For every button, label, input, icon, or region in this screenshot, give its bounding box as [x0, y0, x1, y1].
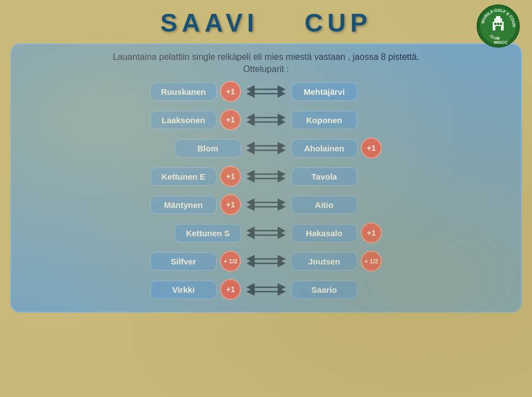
- left-section: Ruuskanen+1: [24, 81, 241, 102]
- right-player-box: Koponen: [291, 111, 357, 129]
- left-score-badge: +1: [220, 166, 241, 187]
- description-line1: Lauantaina pelattiin single reikäpeli el…: [24, 52, 508, 62]
- matches-container: Ruuskanen+1 MehtäjärviLaaksonen+1 Kopone…: [24, 81, 508, 304]
- svg-rect-4: [496, 16, 500, 19]
- left-score-badge: +1: [220, 109, 241, 130]
- match-arrows: [241, 255, 291, 268]
- left-score-badge: +1: [220, 81, 241, 102]
- right-player-box: Mehtäjärvi: [291, 83, 357, 101]
- match-arrows: [241, 198, 291, 211]
- left-player-box: Mäntynen: [150, 196, 217, 214]
- right-section: Tavola: [291, 167, 508, 186]
- left-section: Kettunen S: [24, 224, 241, 242]
- left-player-box: Ruuskanen: [150, 83, 217, 101]
- right-player-box: Joutsen: [291, 252, 357, 271]
- match-row: Laaksonen+1 Koponen: [24, 109, 508, 130]
- arrow-icon: [246, 113, 286, 126]
- left-player-box: Kettunen S: [175, 224, 241, 242]
- left-player-box: Blom: [175, 139, 241, 157]
- match-row: Mäntynen+1 Aitio: [24, 194, 508, 215]
- match-row: Blom Aholainen+1: [24, 138, 508, 159]
- left-score-badge: + 1/2: [220, 251, 241, 272]
- arrow-icon: [246, 170, 286, 183]
- right-score-badge: + 1/2: [361, 251, 382, 272]
- right-player-box: Hakasalo: [291, 224, 357, 242]
- right-section: Aholainen+1: [291, 138, 508, 159]
- arrow-icon: [246, 283, 286, 296]
- description-line2: Otteluparit :: [24, 64, 508, 74]
- svg-rect-6: [500, 23, 502, 25]
- arrow-icon: [246, 141, 286, 155]
- right-section: Saario: [291, 281, 508, 299]
- left-section: Virkki+1: [24, 279, 241, 300]
- right-player-box: Aholainen: [291, 139, 357, 157]
- left-player-box: Virkki: [150, 281, 217, 299]
- match-row: Kettunen E+1 Tavola: [24, 166, 508, 187]
- left-player-box: Silfver: [150, 252, 217, 271]
- match-row: Ruuskanen+1 Mehtäjärvi: [24, 81, 508, 102]
- right-score-badge: +1: [361, 222, 382, 243]
- arrow-icon: [246, 198, 286, 211]
- match-arrows: [241, 226, 291, 240]
- right-section: Mehtäjärvi: [291, 83, 508, 101]
- title-container: SAAVI CUP WURILA GOLF & COUNTRY: [0, 0, 532, 42]
- right-section: Aitio: [291, 196, 508, 214]
- arrow-icon: [246, 85, 286, 98]
- title-saavi: SAAVI: [160, 8, 258, 37]
- left-player-box: Laaksonen: [150, 111, 217, 129]
- left-section: Blom: [24, 139, 241, 157]
- main-card: Lauantaina pelattiin single reikäpeli el…: [10, 43, 522, 313]
- right-section: Hakasalo+1: [291, 222, 508, 243]
- match-row: Silfver+ 1/2 Joutsen+ 1/2: [24, 251, 508, 272]
- right-player-box: Saario: [291, 281, 357, 299]
- club-logo: WURILA GOLF & COUNTRY CLUB WGCC: [477, 4, 521, 49]
- right-score-badge: +1: [361, 138, 382, 159]
- left-section: Laaksonen+1: [24, 109, 241, 130]
- arrow-icon: [246, 226, 286, 240]
- right-player-box: Aitio: [291, 196, 357, 214]
- right-section: Joutsen+ 1/2: [291, 251, 508, 272]
- svg-text:WGCC: WGCC: [494, 40, 508, 45]
- svg-rect-7: [497, 23, 499, 25]
- svg-rect-5: [494, 23, 497, 25]
- arrow-icon: [246, 255, 286, 268]
- right-section: Koponen: [291, 111, 508, 129]
- logo-svg: WURILA GOLF & COUNTRY CLUB WGCC: [478, 6, 518, 46]
- match-arrows: [241, 170, 291, 183]
- logo-circle: WURILA GOLF & COUNTRY CLUB WGCC: [477, 4, 520, 48]
- match-row: Virkki+1 Saario: [24, 279, 508, 300]
- left-player-box: Kettunen E: [150, 167, 217, 186]
- match-arrows: [241, 141, 291, 155]
- left-section: Silfver+ 1/2: [24, 251, 241, 272]
- title-cup: CUP: [305, 8, 372, 37]
- match-arrows: [241, 113, 291, 126]
- match-arrows: [241, 85, 291, 98]
- right-player-box: Tavola: [291, 167, 357, 186]
- left-score-badge: +1: [220, 194, 241, 215]
- left-section: Mäntynen+1: [24, 194, 241, 215]
- svg-rect-8: [495, 26, 501, 30]
- left-score-badge: +1: [220, 279, 241, 300]
- left-section: Kettunen E+1: [24, 166, 241, 187]
- page-title: SAAVI CUP: [160, 8, 371, 37]
- match-arrows: [241, 283, 291, 296]
- match-row: Kettunen S Hakasalo+1: [24, 222, 508, 243]
